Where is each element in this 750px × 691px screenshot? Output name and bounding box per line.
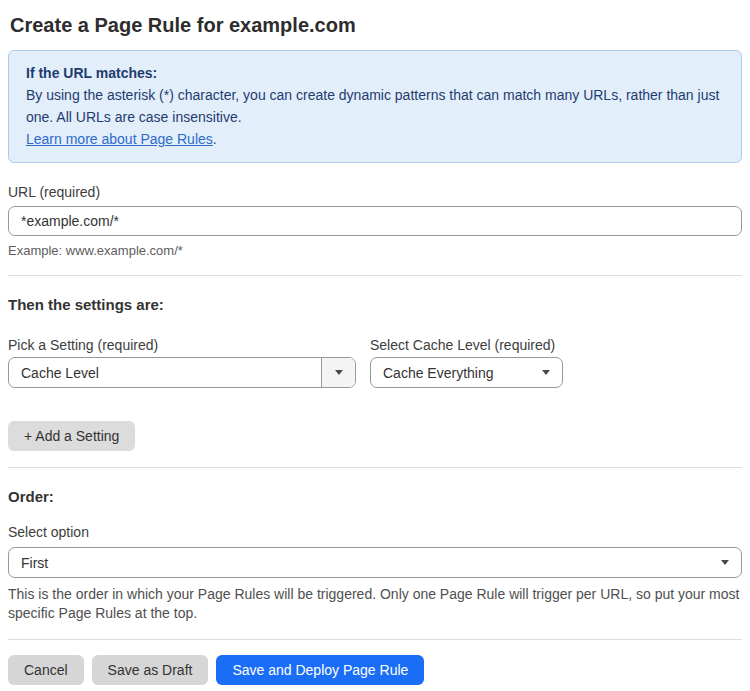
info-box-link-row: Learn more about Page Rules.: [26, 128, 724, 150]
cache-level-value: Cache Everything: [371, 358, 542, 387]
actions-row: Cancel Save as Draft Save and Deploy Pag…: [8, 655, 742, 685]
cache-level-picker-column: Select Cache Level (required) Cache Ever…: [370, 314, 563, 388]
chevron-down-icon: [542, 370, 550, 375]
divider-after-settings: [8, 467, 742, 468]
link-suffix: .: [213, 131, 217, 147]
url-input[interactable]: [8, 206, 742, 236]
setting-picker-column: Pick a Setting (required) Cache Level: [8, 314, 356, 388]
setting-picker-value: Cache Level: [9, 358, 321, 387]
setting-picker-dropdown[interactable]: Cache Level: [8, 357, 356, 388]
page-title: Create a Page Rule for example.com: [10, 12, 742, 38]
setting-picker-label: Pick a Setting (required): [8, 337, 356, 353]
info-box-body: By using the asterisk (*) character, you…: [26, 84, 724, 128]
order-section-heading: Order:: [8, 488, 742, 506]
url-example-helper: Example: www.example.com/*: [8, 242, 742, 259]
cache-level-arrow: [542, 358, 562, 387]
order-dropdown[interactable]: First: [8, 547, 742, 578]
url-match-info-box: If the URL matches: By using the asteris…: [8, 50, 742, 163]
divider-after-url: [8, 275, 742, 276]
order-helper-text: This is the order in which your Page Rul…: [8, 585, 742, 623]
cache-level-label: Select Cache Level (required): [370, 337, 563, 353]
cache-level-dropdown[interactable]: Cache Everything: [370, 357, 563, 388]
save-and-deploy-button[interactable]: Save and Deploy Page Rule: [216, 655, 424, 685]
order-select-label: Select option: [8, 524, 742, 540]
chevron-down-icon: [721, 560, 729, 565]
info-box-heading: If the URL matches:: [26, 62, 724, 84]
settings-section-heading: Then the settings are:: [8, 296, 742, 314]
add-setting-button[interactable]: + Add a Setting: [8, 421, 135, 451]
divider-before-actions: [8, 639, 742, 640]
save-as-draft-button[interactable]: Save as Draft: [92, 655, 209, 685]
learn-more-link[interactable]: Learn more about Page Rules: [26, 131, 213, 147]
setting-picker-arrow-section[interactable]: [321, 358, 355, 387]
order-value: First: [9, 548, 721, 577]
url-label: URL (required): [8, 184, 742, 200]
order-arrow: [721, 548, 741, 577]
cancel-button[interactable]: Cancel: [8, 655, 84, 685]
settings-pickers-row: Pick a Setting (required) Cache Level Se…: [8, 314, 742, 388]
chevron-down-icon: [335, 370, 343, 375]
